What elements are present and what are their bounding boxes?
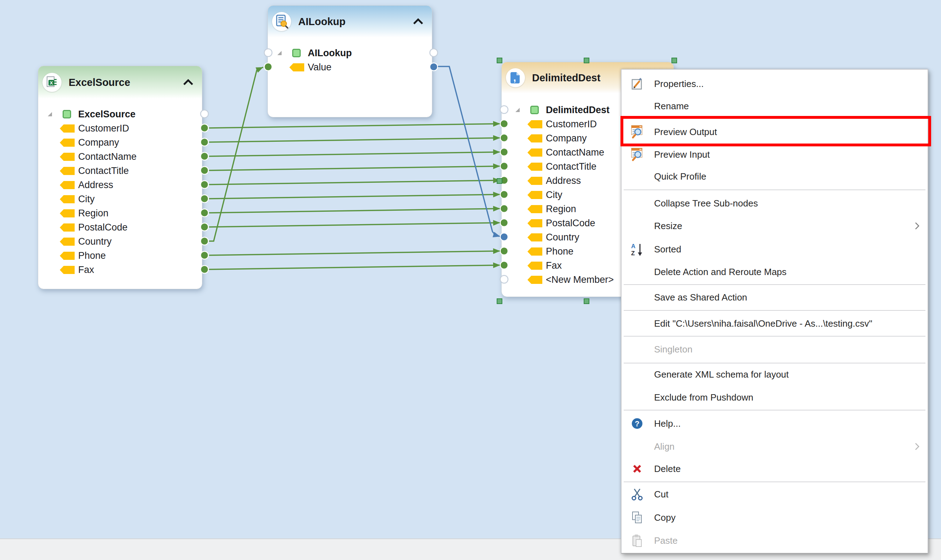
node-root-label: DelimitedDest xyxy=(546,103,609,117)
collapse-chevron-icon[interactable] xyxy=(183,79,193,86)
field-tag-icon xyxy=(60,125,75,132)
element-node-icon xyxy=(530,106,539,114)
field-row-company[interactable]: Company xyxy=(38,135,202,149)
menu-item-collapse-tree-sub-nodes[interactable]: Collapse Tree Sub-nodes xyxy=(622,192,927,214)
menu-item-label: Delete Action and Reroute Maps xyxy=(654,261,787,283)
help-icon: ? xyxy=(630,417,644,429)
element-node-icon xyxy=(63,110,71,118)
field-tag-icon xyxy=(60,153,75,161)
field-tag-icon xyxy=(528,134,542,143)
field-tag-icon xyxy=(528,177,542,185)
field-label: CustomerID xyxy=(546,117,597,131)
menu-item-align[interactable]: Align xyxy=(622,435,927,457)
menu-item-delete-action-and-reroute-maps[interactable]: Delete Action and Reroute Maps xyxy=(622,261,927,283)
field-row-postalcode[interactable]: PostalCode xyxy=(38,220,202,234)
menu-item-label: Align xyxy=(654,435,675,457)
field-row-fax[interactable]: Fax xyxy=(38,263,202,277)
sort-az-icon: AZ xyxy=(630,242,644,256)
expand-triangle-icon[interactable] xyxy=(515,107,520,113)
field-tag-icon xyxy=(528,205,542,213)
delimited-dest-icon: , xyxy=(506,68,525,87)
menu-item-label: Properties... xyxy=(654,73,703,95)
menu-item-label: Quick Profile xyxy=(654,165,706,188)
field-tag-icon xyxy=(60,195,75,203)
preview-input-icon xyxy=(630,148,644,162)
node-header-excel-source[interactable]: XExcelSource xyxy=(38,66,202,98)
field-tag-icon xyxy=(528,248,542,255)
menu-item-properties[interactable]: Properties... xyxy=(622,73,927,95)
field-tag-icon xyxy=(60,167,75,175)
menu-item-resize[interactable]: Resize xyxy=(622,215,927,237)
menu-item-help[interactable]: ?Help... xyxy=(622,412,927,434)
node-title-excel-source: ExcelSource xyxy=(69,66,130,98)
properties-icon xyxy=(630,77,644,90)
menu-item-rename[interactable]: Rename xyxy=(622,95,927,117)
field-label: Country xyxy=(78,234,112,249)
field-row-country[interactable]: Country xyxy=(38,234,202,249)
field-label: Address xyxy=(546,174,581,188)
tree-root-row[interactable]: ExcelSource xyxy=(38,107,202,121)
ai-lookup-icon xyxy=(272,12,291,31)
field-row-value[interactable]: Value xyxy=(268,60,432,74)
field-tag-icon xyxy=(528,148,542,157)
field-label: Fax xyxy=(78,263,94,277)
field-label: <New Member> xyxy=(546,272,614,287)
field-label: City xyxy=(78,192,95,206)
menu-item-preview-input[interactable]: Preview Input xyxy=(622,143,927,165)
menu-item-quick-profile[interactable]: Quick Profile xyxy=(622,165,927,188)
field-row-phone[interactable]: Phone xyxy=(38,249,202,263)
menu-item-delete[interactable]: Delete xyxy=(622,458,927,480)
svg-text:A: A xyxy=(631,243,636,249)
field-label: Phone xyxy=(546,244,574,258)
field-tag-icon xyxy=(528,191,542,199)
menu-item-sorted[interactable]: AZSorted xyxy=(622,238,927,260)
field-label: Fax xyxy=(546,258,562,272)
field-label: ContactName xyxy=(78,149,137,164)
field-tag-icon xyxy=(528,219,542,227)
field-tag-icon xyxy=(60,238,75,246)
menu-item-copy[interactable]: Copy xyxy=(622,507,927,529)
field-label: CustomerID xyxy=(78,121,129,135)
node-header-ai-lookup[interactable]: AILookup xyxy=(268,6,432,37)
menu-item-save-as-shared-action[interactable]: Save as Shared Action xyxy=(622,286,927,308)
tree-root-row[interactable]: AILookup xyxy=(268,46,432,60)
menu-item-label: Resize xyxy=(654,215,682,237)
field-tag-icon xyxy=(528,233,542,242)
field-label: ContactTitle xyxy=(78,164,129,178)
node-ai-lookup: AILookupAILookupValue xyxy=(267,5,432,117)
svg-text:Z: Z xyxy=(631,250,635,256)
field-label: City xyxy=(546,188,563,202)
field-tag-icon xyxy=(289,63,304,71)
submenu-arrow-icon xyxy=(915,442,920,451)
collapse-chevron-icon[interactable] xyxy=(413,18,423,25)
menu-item-label: Help... xyxy=(654,412,680,434)
field-tag-icon xyxy=(60,181,75,189)
delete-icon xyxy=(630,463,644,474)
menu-item-label: Paste xyxy=(654,529,678,552)
menu-item-generate-xml-schema-for-layout[interactable]: Generate XML schema for layout xyxy=(622,363,927,385)
menu-separator xyxy=(624,363,926,363)
expand-triangle-icon[interactable] xyxy=(47,111,53,117)
menu-item-label: Collapse Tree Sub-nodes xyxy=(654,192,758,214)
menu-item-cut[interactable]: Cut xyxy=(622,483,927,505)
field-row-contactname[interactable]: ContactName xyxy=(38,149,202,164)
copy-icon xyxy=(630,511,644,524)
node-excel-source: XExcelSourceExcelSourceCustomerIDCompany… xyxy=(38,66,202,289)
menu-item-exclude-from-pushdown[interactable]: Exclude from Pushdown xyxy=(622,386,927,408)
field-label: Company xyxy=(546,131,587,145)
menu-item-label: Singleton xyxy=(654,338,692,360)
expand-triangle-icon[interactable] xyxy=(277,50,282,56)
field-row-address[interactable]: Address xyxy=(38,178,202,192)
menu-item-paste[interactable]: Paste xyxy=(622,529,927,552)
menu-item-singleton[interactable]: Singleton xyxy=(622,338,927,360)
field-label: PostalCode xyxy=(546,216,595,230)
field-label: ContactName xyxy=(546,145,604,160)
menu-item-label: Save as Shared Action xyxy=(654,286,747,308)
field-label: Value xyxy=(308,60,332,74)
field-row-city[interactable]: City xyxy=(38,192,202,206)
menu-item-edit-c-users-niha-faisal-onedrive-as-tes[interactable]: Edit "C:\Users\niha.faisal\OneDrive - As… xyxy=(622,312,927,334)
field-row-region[interactable]: Region xyxy=(38,206,202,220)
highlight-box xyxy=(620,116,931,146)
field-row-contacttitle[interactable]: ContactTitle xyxy=(38,164,202,178)
field-row-customerid[interactable]: CustomerID xyxy=(38,121,202,135)
